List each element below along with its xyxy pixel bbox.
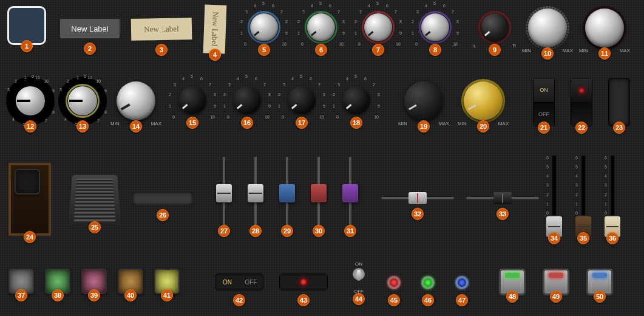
horizontal-slider[interactable] xyxy=(381,192,454,204)
rotary-knob-black-purple[interactable]: 012345678910 xyxy=(335,79,378,122)
badge-19: 19 xyxy=(418,120,430,132)
gold-knob[interactable]: MIN MAX xyxy=(459,77,507,125)
badge-44: 44 xyxy=(353,293,365,305)
label-max: MAX xyxy=(563,48,573,53)
label-max: MAX xyxy=(439,121,449,126)
vertical-slider[interactable] xyxy=(246,157,265,230)
badge-13: 13 xyxy=(76,120,89,132)
badge-2: 2 xyxy=(84,43,96,55)
rotary-knob-black-green[interactable]: 012345678910 xyxy=(226,79,268,122)
label-min: MIN xyxy=(398,121,407,126)
label-min: MIN xyxy=(458,121,467,126)
vertical-slider[interactable] xyxy=(341,157,359,230)
badge-15: 15 xyxy=(186,117,198,129)
badge-18: 18 xyxy=(350,117,362,129)
badge-48: 48 xyxy=(506,290,518,303)
rotary-knob-blue[interactable]: 012345678910 xyxy=(243,6,285,49)
empty-panel[interactable] xyxy=(7,6,46,45)
fader[interactable]: 6543210 xyxy=(574,152,592,237)
led-green xyxy=(420,275,436,290)
badge-50: 50 xyxy=(594,290,606,303)
badge-23: 23 xyxy=(613,122,625,134)
badge-43: 43 xyxy=(297,294,310,306)
badge-31: 31 xyxy=(344,225,356,237)
badge-30: 30 xyxy=(313,225,325,237)
label-max: MAX xyxy=(498,121,509,126)
volume-knob-chrome[interactable]: MIN MAX xyxy=(523,4,572,52)
rocker-switch-blank[interactable] xyxy=(608,78,630,126)
horizontal-slider-dark[interactable] xyxy=(466,192,539,204)
badge-4: 4 xyxy=(209,49,221,61)
label-max: MAX xyxy=(620,48,630,53)
badge-34: 34 xyxy=(548,232,560,244)
badge-36: 36 xyxy=(606,232,619,244)
badge-3: 3 xyxy=(155,44,168,56)
toggle-switch[interactable]: ON OFF xyxy=(350,261,368,298)
badge-33: 33 xyxy=(497,208,509,220)
vertical-slider[interactable] xyxy=(215,157,233,230)
off-label: OFF xyxy=(239,279,263,286)
scale-knob[interactable]: 32 10 1110 98 76 54 xyxy=(6,77,55,125)
expression-pedal[interactable] xyxy=(8,163,51,236)
badge-25: 25 xyxy=(89,221,101,233)
toggle-on-label: ON xyxy=(355,261,362,267)
badge-21: 21 xyxy=(538,122,550,134)
vertical-slider[interactable] xyxy=(310,157,328,230)
rotary-knob-red[interactable]: 012345678910 xyxy=(357,6,399,49)
tape-label-vertical[interactable]: New Label xyxy=(203,4,227,53)
led-blue xyxy=(454,275,470,290)
rocker-switch-led[interactable] xyxy=(571,78,592,126)
badge-42: 42 xyxy=(233,294,245,306)
vertical-slider[interactable] xyxy=(278,157,296,230)
led-bar-icon xyxy=(592,273,607,278)
rotary-knob-black-blue[interactable]: 012345678910 xyxy=(171,79,214,122)
new-label-button[interactable]: New Label xyxy=(59,18,120,39)
badge-6: 6 xyxy=(315,44,327,56)
badge-49: 49 xyxy=(550,290,562,303)
badge-32: 32 xyxy=(412,208,424,220)
rotary-knob-purple[interactable]: 012345678910 xyxy=(414,6,456,49)
badge-40: 40 xyxy=(124,289,137,301)
badge-39: 39 xyxy=(88,289,100,301)
volume-knob[interactable]: MIN MAX xyxy=(112,77,160,125)
scale-knob-olive[interactable]: 32 10 1110 98 76 54 xyxy=(58,77,107,125)
badge-5: 5 xyxy=(258,44,270,56)
rocker-switch-onoff[interactable]: ON OFF xyxy=(533,78,555,126)
badge-26: 26 xyxy=(157,209,169,221)
foot-pedal[interactable] xyxy=(69,175,121,227)
badge-47: 47 xyxy=(456,294,468,306)
led-switch-horizontal[interactable] xyxy=(279,273,328,290)
label-min: MIN xyxy=(110,121,120,126)
fader[interactable]: 6543210 xyxy=(603,152,622,237)
label-min: MIN xyxy=(522,48,531,53)
badge-16: 16 xyxy=(241,117,253,129)
label-min: MIN xyxy=(579,48,588,53)
label-max: MAX xyxy=(151,121,161,126)
badge-41: 41 xyxy=(161,289,173,301)
badge-14: 14 xyxy=(130,120,142,132)
pan-knob[interactable]: L R xyxy=(473,6,516,49)
badge-29: 29 xyxy=(281,225,293,237)
volume-knob-dark-ring[interactable]: MIN MAX xyxy=(580,4,629,52)
on-label: ON xyxy=(215,279,239,286)
led-bar-icon xyxy=(549,273,563,278)
badge-45: 45 xyxy=(388,294,400,306)
badge-17: 17 xyxy=(296,117,308,129)
badge-7: 7 xyxy=(372,44,384,56)
badge-46: 46 xyxy=(422,294,434,306)
led-bar-icon xyxy=(505,273,520,278)
rotary-knob-black-red[interactable]: 012345678910 xyxy=(280,79,323,122)
badge-24: 24 xyxy=(24,231,36,243)
badge-27: 27 xyxy=(218,225,230,237)
dark-knob[interactable]: MIN MAX xyxy=(399,77,448,125)
badge-37: 37 xyxy=(15,289,27,301)
badge-28: 28 xyxy=(249,225,262,237)
fader[interactable]: 6543210 xyxy=(545,152,563,237)
onoff-switch-horizontal[interactable]: ON OFF xyxy=(215,273,263,290)
badge-22: 22 xyxy=(575,122,588,134)
rotary-knob-green[interactable]: 012345678910 xyxy=(300,6,342,49)
badge-8: 8 xyxy=(429,44,441,56)
tape-label[interactable]: New Label xyxy=(131,18,192,41)
horizontal-slot[interactable] xyxy=(132,192,193,205)
badge-1: 1 xyxy=(21,40,33,52)
